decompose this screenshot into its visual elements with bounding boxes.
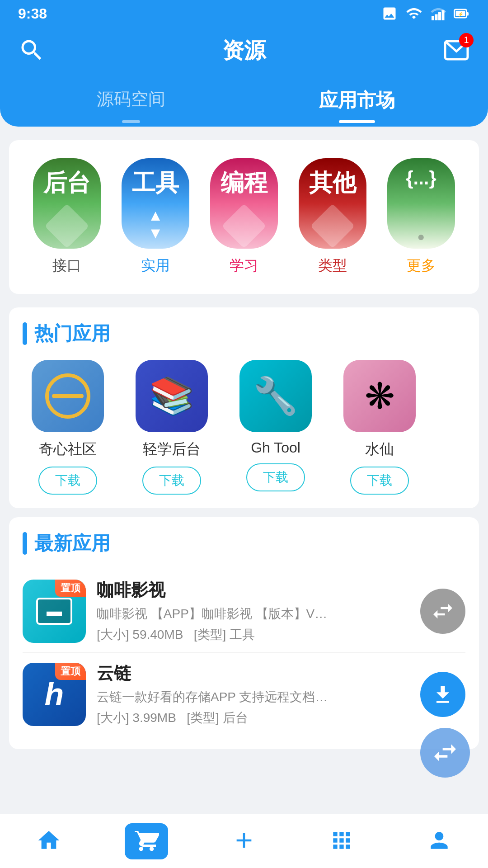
- store-icon: [125, 823, 168, 859]
- apps-icon: [329, 828, 354, 855]
- app-icon-shuixian: ❋: [343, 360, 416, 432]
- bottom-navigation: [0, 814, 488, 868]
- svg-rect-2: [438, 12, 441, 20]
- app-item-qixin: 奇心社区 下载: [23, 360, 113, 495]
- category-code[interactable]: 编程 学习: [210, 158, 278, 276]
- app-list-icon-kafei: ▬ 置顶: [23, 580, 86, 643]
- category-icon-code: 编程: [210, 158, 278, 249]
- header-wrapper: 资源 1 源码空间 应用市场: [0, 27, 488, 127]
- svg-rect-3: [442, 10, 445, 21]
- download-btn-shuixian[interactable]: 下载: [350, 467, 409, 495]
- category-tools[interactable]: 工具 ▲▼ 实用: [122, 158, 189, 276]
- app-item-shuixian: ❋ 水仙 下载: [334, 360, 425, 495]
- category-more[interactable]: {...} ● 更多: [387, 158, 455, 276]
- app-list-desc-kafei: 咖啡影视 【APP】咖啡影视 【版本】V1....: [97, 605, 332, 623]
- latest-apps-section: 最新应用 ▬ 置顶 咖啡影视 咖啡影视 【APP】咖啡影视 【版本】V1....…: [9, 517, 479, 749]
- svg-rect-5: [467, 12, 469, 16]
- hot-apps-section: 热门应用 奇心社区 下载 📚 轻学后台 下载 🔧 Gh Tool: [9, 307, 479, 508]
- app-icon-gh: 🔧: [239, 360, 312, 432]
- nav-item-home[interactable]: [0, 828, 98, 855]
- app-list-info-kafei: 咖啡影视 咖啡影视 【APP】咖啡影视 【版本】V1.... [大小] 59.4…: [97, 579, 409, 643]
- latest-apps-header: 最新应用: [23, 531, 465, 556]
- app-list-name-kafei: 咖啡影视: [97, 579, 409, 602]
- svg-rect-1: [435, 14, 438, 21]
- download-button-yunlian[interactable]: [420, 672, 465, 717]
- exchange-button-kafei[interactable]: [420, 589, 465, 634]
- search-button[interactable]: [18, 37, 45, 65]
- app-list-action-kafei: [420, 589, 465, 634]
- app-list-desc-yunlian: 云链一款好看的存储APP 支持远程文档，...: [97, 689, 332, 706]
- wifi-icon: [405, 5, 423, 22]
- floating-exchange-icon: [431, 738, 460, 767]
- add-icon: [231, 828, 257, 855]
- category-backend[interactable]: 后台 接口: [33, 158, 101, 276]
- hot-apps-header: 热门应用: [23, 321, 465, 346]
- latest-section-indicator: [23, 532, 27, 555]
- app-icon-study: 📚: [136, 360, 208, 432]
- mail-badge: 1: [459, 33, 474, 47]
- tab-source[interactable]: 源码空间: [18, 79, 244, 127]
- category-other[interactable]: 其他 类型: [299, 158, 366, 276]
- app-list-meta-kafei: [大小] 59.40MB [类型] 工具: [97, 626, 409, 643]
- category-icon-other: 其他: [299, 158, 366, 249]
- category-section: 后台 接口 工具 ▲▼ 实用 编程 学习 其他: [9, 140, 479, 294]
- status-bar: 9:38 ⚡: [0, 0, 488, 27]
- page-title: 资源: [45, 36, 443, 65]
- app-list-name-yunlian: 云链: [97, 662, 409, 685]
- app-icon-qixin: [32, 360, 104, 432]
- category-icon-tools: 工具 ▲▼: [122, 158, 189, 249]
- top-badge-yunlian: 置顶: [55, 663, 86, 680]
- header-top: 资源 1: [18, 36, 470, 65]
- list-item-yunlian: h 置顶 云链 云链一款好看的存储APP 支持远程文档，... [大小] 3.9…: [23, 653, 465, 736]
- battery-icon: ⚡: [454, 5, 470, 22]
- tab-indicator-market: [339, 120, 375, 123]
- app-list-icon-yunlian: h 置顶: [23, 663, 86, 726]
- tab-market[interactable]: 应用市场: [244, 79, 470, 127]
- status-icons: ⚡: [381, 5, 470, 22]
- list-item-kafei: ▬ 置顶 咖啡影视 咖啡影视 【APP】咖啡影视 【版本】V1.... [大小]…: [23, 570, 465, 653]
- app-name-shuixian: 水仙: [365, 439, 394, 459]
- category-label-other: 类型: [318, 256, 347, 276]
- nav-item-store[interactable]: [98, 823, 195, 859]
- search-icon: [18, 37, 45, 64]
- app-item-gh: 🔧 Gh Tool 下载: [230, 360, 321, 495]
- svg-rect-0: [432, 16, 434, 20]
- download-btn-qixin[interactable]: 下载: [38, 467, 97, 495]
- app-item-study: 📚 轻学后台 下载: [127, 360, 217, 495]
- category-label-more: 更多: [407, 256, 436, 276]
- category-label-backend: 接口: [52, 256, 81, 276]
- home-icon: [36, 828, 61, 855]
- app-name-qixin: 奇心社区: [39, 439, 97, 459]
- nav-item-apps[interactable]: [293, 828, 390, 855]
- hot-apps-grid: 奇心社区 下载 📚 轻学后台 下载 🔧 Gh Tool 下载 ❋ 水仙 下载: [23, 360, 465, 495]
- app-list-info-yunlian: 云链 云链一款好看的存储APP 支持远程文档，... [大小] 3.99MB […: [97, 662, 409, 726]
- image-icon: [381, 5, 398, 22]
- status-time: 9:38: [18, 5, 47, 22]
- download-btn-gh[interactable]: 下载: [246, 463, 305, 491]
- floating-exchange-button[interactable]: [420, 728, 470, 778]
- latest-section-title: 最新应用: [34, 531, 110, 556]
- app-name-gh: Gh Tool: [251, 439, 300, 456]
- category-label-tools: 实用: [141, 256, 170, 276]
- download-btn-study[interactable]: 下载: [142, 467, 201, 495]
- profile-icon: [427, 828, 452, 855]
- svg-text:⚡: ⚡: [458, 11, 464, 17]
- hot-section-indicator: [23, 322, 27, 345]
- app-name-study: 轻学后台: [143, 439, 201, 459]
- app-list-action-yunlian: [420, 672, 465, 717]
- nav-item-profile[interactable]: [390, 828, 488, 855]
- download-icon: [430, 682, 455, 707]
- category-icon-backend: 后台: [33, 158, 101, 249]
- tab-indicator-source: [122, 120, 140, 123]
- header: 资源 1 源码空间 应用市场: [0, 27, 488, 127]
- hot-section-title: 热门应用: [34, 321, 110, 346]
- category-icon-more: {...} ●: [387, 158, 455, 249]
- category-label-code: 学习: [230, 256, 258, 276]
- nav-item-add[interactable]: [195, 828, 293, 855]
- signal-icon: [430, 5, 446, 22]
- exchange-icon: [430, 599, 455, 624]
- app-list-meta-yunlian: [大小] 3.99MB [类型] 后台: [97, 709, 409, 726]
- tabs-bar: 源码空间 应用市场: [18, 79, 470, 127]
- top-badge-kafei: 置顶: [55, 580, 86, 597]
- mail-button[interactable]: 1: [443, 37, 470, 65]
